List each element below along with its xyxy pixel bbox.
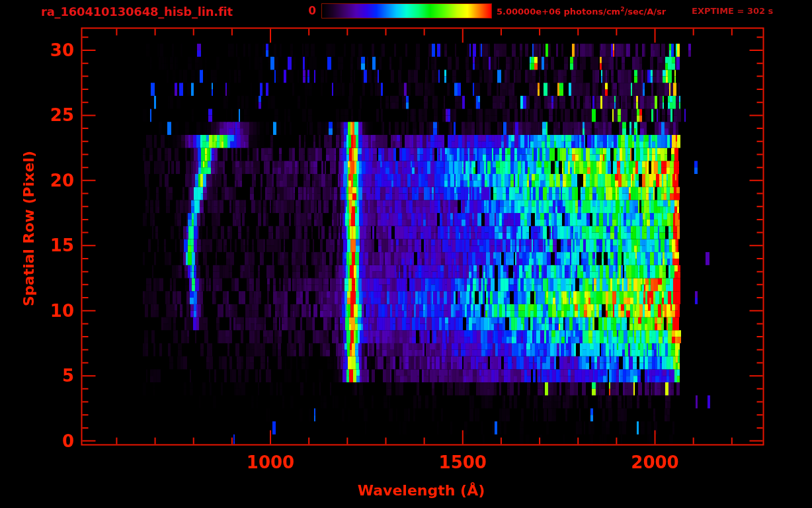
colorbar-gradient (321, 3, 492, 19)
exptime-label: EXPTIME = 302 s (692, 6, 773, 16)
x-axis-title: Wavelength (Å) (322, 482, 520, 499)
colorbar-max-value-units: 5.00000e+06 photons/cm (497, 7, 620, 17)
y-axis-title: Spatial Row (Pixel) (20, 123, 37, 335)
spectral-image-viewer: ra_160410130648_hisb_lin.fit 0 5.00000e+… (0, 0, 812, 508)
x-tick-label: 2000 (609, 452, 702, 472)
x-tick-label: 1500 (417, 452, 509, 472)
colorbar-units-tail: /sec/A/sr (624, 7, 666, 17)
x-tick-label: 1000 (224, 452, 317, 472)
colorbar-max-label: 5.00000e+06 photons/cm2/sec/A/sr (497, 6, 666, 17)
spectral-heatmap-canvas (0, 0, 812, 508)
plot-title: ra_160410130648_hisb_lin.fit (41, 5, 233, 19)
y-tick-label: 30 (28, 40, 74, 60)
colorbar-min-label: 0 (291, 4, 316, 17)
y-tick-label: 0 (28, 431, 74, 451)
y-tick-label: 5 (28, 366, 74, 386)
